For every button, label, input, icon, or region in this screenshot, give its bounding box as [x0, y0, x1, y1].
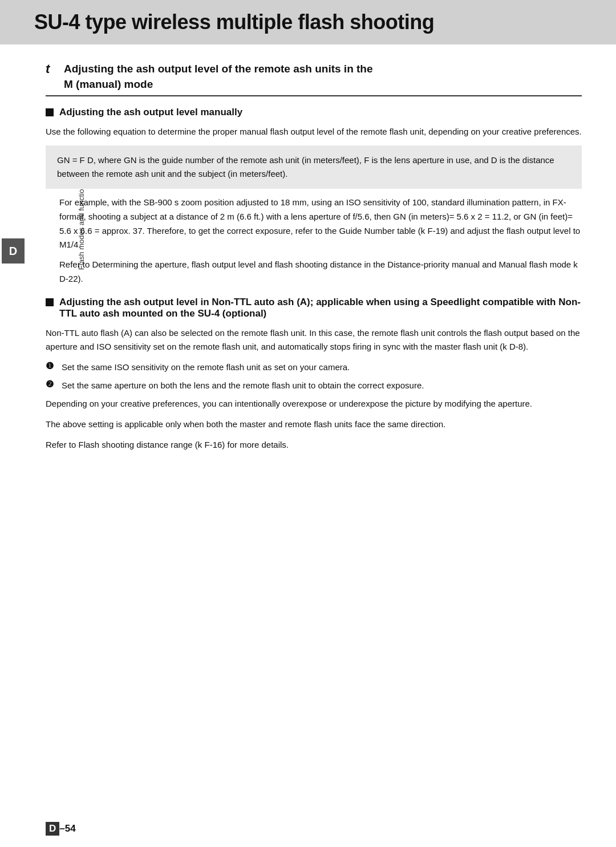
sub1-para2: For example, with the SB-900 s zoom posi…	[46, 196, 582, 252]
num-bullet-2: ❷	[46, 379, 62, 390]
page-title: SU-4 type wireless multiple flash shooti…	[34, 10, 582, 34]
gray-box-text: GN = F D, where GN is the guide number o…	[57, 155, 554, 179]
sub2-para3: The above setting is applicable only whe…	[46, 418, 582, 431]
numbered-item-2: ❷ Set the same aperture on both the lens…	[46, 379, 582, 392]
square-bullet-1	[46, 108, 54, 116]
sub2-title: Adjusting the ash output level in Non-TT…	[59, 297, 582, 319]
sub1-para1: Use the following equation to determine …	[46, 125, 582, 139]
footer: D –54	[0, 813, 616, 847]
numbered-item-1: ❶ Set the same ISO sensitivity on the re…	[46, 360, 582, 374]
section-t-letter: t	[46, 62, 57, 76]
sub1-heading: Adjusting the ash output level manually	[46, 107, 582, 118]
main-content: t Adjusting the ash output level of the …	[0, 44, 616, 813]
num-bullet-1: ❶	[46, 360, 62, 371]
footer-page-num: –54	[59, 823, 75, 834]
section-t-line1: Adjusting the ash output level of the re…	[64, 62, 373, 77]
square-bullet-2	[46, 298, 54, 306]
title-area: SU-4 type wireless multiple flash shooti…	[0, 0, 616, 44]
sub1-para3: Refer to Determining the aperture, flash…	[46, 258, 582, 286]
sub1-title: Adjusting the ash output level manually	[59, 107, 242, 118]
section-t-line2: M (manual) mode	[64, 77, 373, 92]
num-text-1: Set the same ISO sensitivity on the remo…	[62, 360, 350, 374]
sub2-heading: Adjusting the ash output level in Non-TT…	[46, 297, 582, 319]
section-t-text: Adjusting the ash output level of the re…	[64, 62, 373, 92]
sub2-para2: Depending on your creative preferences, …	[46, 397, 582, 411]
sub2-para4: Refer to Flash shooting distance range (…	[46, 438, 582, 452]
sub2-para1: Non-TTL auto flash (A) can also be selec…	[46, 326, 582, 354]
footer-page-label: D	[46, 822, 59, 836]
page-container: SU-4 type wireless multiple flash shooti…	[0, 0, 616, 847]
num-text-2: Set the same aperture on both the lens a…	[62, 379, 424, 392]
section-t-heading: t Adjusting the ash output level of the …	[46, 62, 582, 96]
gray-box: GN = F D, where GN is the guide number o…	[46, 145, 582, 189]
